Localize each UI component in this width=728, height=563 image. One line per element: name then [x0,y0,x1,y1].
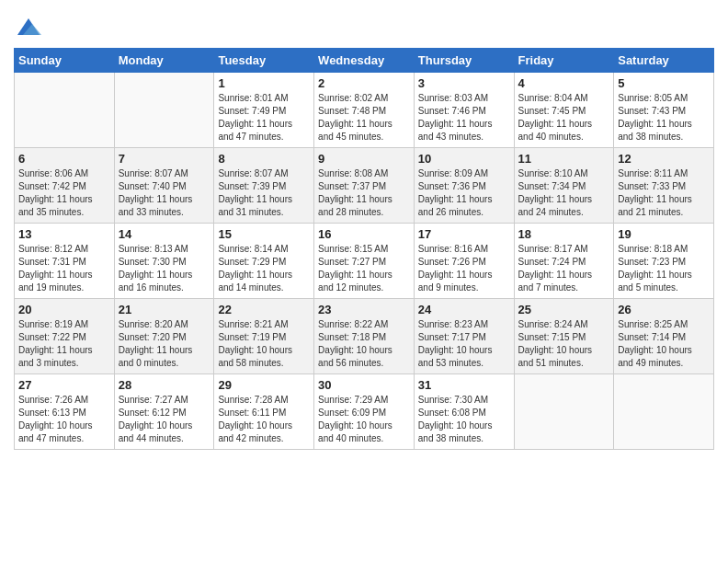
calendar-day-header: Thursday [414,49,514,73]
calendar-day-cell: 20Sunrise: 8:19 AM Sunset: 7:22 PM Dayli… [15,299,115,374]
calendar-day-cell: 23Sunrise: 8:22 AM Sunset: 7:18 PM Dayli… [314,299,415,374]
calendar-day-cell: 16Sunrise: 8:15 AM Sunset: 7:27 PM Dayli… [314,224,415,299]
day-info: Sunrise: 8:17 AM Sunset: 7:24 PM Dayligh… [518,243,610,294]
day-info: Sunrise: 8:24 AM Sunset: 7:15 PM Dayligh… [518,318,610,370]
calendar-day-cell: 18Sunrise: 8:17 AM Sunset: 7:24 PM Dayli… [514,224,614,299]
day-number: 20 [18,303,110,316]
day-info: Sunrise: 8:02 AM Sunset: 7:48 PM Dayligh… [318,92,410,144]
calendar-day-cell: 19Sunrise: 8:18 AM Sunset: 7:23 PM Dayli… [614,224,714,299]
day-info: Sunrise: 8:07 AM Sunset: 7:40 PM Dayligh… [119,167,210,219]
day-info: Sunrise: 8:18 AM Sunset: 7:23 PM Dayligh… [618,243,710,294]
calendar-day-cell: 24Sunrise: 8:23 AM Sunset: 7:17 PM Dayli… [414,299,514,374]
day-info: Sunrise: 8:08 AM Sunset: 7:37 PM Dayligh… [318,167,410,219]
calendar: SundayMondayTuesdayWednesdayThursdayFrid… [14,48,714,450]
day-number: 14 [119,227,210,241]
calendar-day-cell: 2Sunrise: 8:02 AM Sunset: 7:48 PM Daylig… [314,73,415,148]
day-number: 23 [318,303,410,316]
day-info: Sunrise: 7:30 AM Sunset: 6:08 PM Dayligh… [418,394,510,445]
calendar-day-cell: 27Sunrise: 7:26 AM Sunset: 6:13 PM Dayli… [15,374,115,450]
logo-icon [16,15,41,40]
calendar-week-row: 27Sunrise: 7:26 AM Sunset: 6:13 PM Dayli… [15,374,714,450]
day-number: 4 [518,76,610,90]
day-number: 29 [218,378,310,392]
calendar-day-cell [514,374,614,450]
day-info: Sunrise: 8:12 AM Sunset: 7:31 PM Dayligh… [18,243,110,294]
day-info: Sunrise: 8:05 AM Sunset: 7:43 PM Dayligh… [618,92,710,144]
calendar-day-cell: 28Sunrise: 7:27 AM Sunset: 6:12 PM Dayli… [114,374,214,450]
calendar-day-cell: 6Sunrise: 8:06 AM Sunset: 7:42 PM Daylig… [15,148,115,224]
day-info: Sunrise: 8:13 AM Sunset: 7:30 PM Dayligh… [119,243,210,294]
day-number: 10 [418,152,510,166]
day-info: Sunrise: 8:11 AM Sunset: 7:33 PM Dayligh… [618,167,710,219]
day-info: Sunrise: 7:27 AM Sunset: 6:12 PM Dayligh… [119,394,210,445]
day-info: Sunrise: 8:04 AM Sunset: 7:45 PM Dayligh… [518,92,610,144]
calendar-day-header: Monday [114,49,214,73]
day-info: Sunrise: 8:07 AM Sunset: 7:39 PM Dayligh… [218,167,310,219]
day-number: 27 [18,378,110,392]
day-number: 9 [318,152,410,166]
calendar-day-header: Wednesday [314,49,415,73]
calendar-day-cell: 8Sunrise: 8:07 AM Sunset: 7:39 PM Daylig… [214,148,314,224]
day-number: 25 [518,303,610,316]
calendar-day-cell: 31Sunrise: 7:30 AM Sunset: 6:08 PM Dayli… [414,374,514,450]
calendar-day-cell: 15Sunrise: 8:14 AM Sunset: 7:29 PM Dayli… [214,224,314,299]
calendar-day-cell: 5Sunrise: 8:05 AM Sunset: 7:43 PM Daylig… [614,73,714,148]
day-info: Sunrise: 8:06 AM Sunset: 7:42 PM Dayligh… [18,167,110,219]
day-number: 17 [418,227,510,241]
page: SundayMondayTuesdayWednesdayThursdayFrid… [0,0,728,563]
calendar-day-cell: 10Sunrise: 8:09 AM Sunset: 7:36 PM Dayli… [414,148,514,224]
day-number: 12 [618,152,710,166]
day-number: 16 [318,227,410,241]
day-number: 24 [418,303,510,316]
logo [14,15,41,40]
calendar-day-cell: 17Sunrise: 8:16 AM Sunset: 7:26 PM Dayli… [414,224,514,299]
calendar-week-row: 20Sunrise: 8:19 AM Sunset: 7:22 PM Dayli… [15,299,714,374]
day-info: Sunrise: 8:22 AM Sunset: 7:18 PM Dayligh… [318,318,410,370]
day-number: 2 [318,76,410,90]
day-number: 11 [518,152,610,166]
day-info: Sunrise: 8:16 AM Sunset: 7:26 PM Dayligh… [418,243,510,294]
calendar-day-cell: 21Sunrise: 8:20 AM Sunset: 7:20 PM Dayli… [114,299,214,374]
calendar-day-cell: 12Sunrise: 8:11 AM Sunset: 7:33 PM Dayli… [614,148,714,224]
calendar-day-cell [114,73,214,148]
day-info: Sunrise: 8:21 AM Sunset: 7:19 PM Dayligh… [218,318,310,370]
day-number: 3 [418,76,510,90]
calendar-day-cell: 11Sunrise: 8:10 AM Sunset: 7:34 PM Dayli… [514,148,614,224]
day-number: 19 [618,227,710,241]
calendar-day-header: Saturday [614,49,714,73]
calendar-day-cell: 13Sunrise: 8:12 AM Sunset: 7:31 PM Dayli… [15,224,115,299]
day-number: 1 [218,76,310,90]
calendar-day-cell: 25Sunrise: 8:24 AM Sunset: 7:15 PM Dayli… [514,299,614,374]
day-info: Sunrise: 8:25 AM Sunset: 7:14 PM Dayligh… [618,318,710,370]
calendar-day-cell [15,73,115,148]
calendar-day-cell: 4Sunrise: 8:04 AM Sunset: 7:45 PM Daylig… [514,73,614,148]
day-info: Sunrise: 8:19 AM Sunset: 7:22 PM Dayligh… [18,318,110,370]
calendar-day-header: Sunday [15,49,115,73]
calendar-day-cell: 22Sunrise: 8:21 AM Sunset: 7:19 PM Dayli… [214,299,314,374]
day-number: 5 [618,76,710,90]
calendar-day-cell: 26Sunrise: 8:25 AM Sunset: 7:14 PM Dayli… [614,299,714,374]
calendar-day-header: Friday [514,49,614,73]
day-info: Sunrise: 7:28 AM Sunset: 6:11 PM Dayligh… [218,394,310,445]
day-number: 18 [518,227,610,241]
day-number: 26 [618,303,710,316]
day-number: 30 [318,378,410,392]
calendar-header-row: SundayMondayTuesdayWednesdayThursdayFrid… [15,49,714,73]
day-info: Sunrise: 8:09 AM Sunset: 7:36 PM Dayligh… [418,167,510,219]
day-number: 31 [418,378,510,392]
header [14,9,714,40]
calendar-day-cell: 14Sunrise: 8:13 AM Sunset: 7:30 PM Dayli… [114,224,214,299]
calendar-day-cell [614,374,714,450]
day-number: 13 [18,227,110,241]
calendar-day-cell: 1Sunrise: 8:01 AM Sunset: 7:49 PM Daylig… [214,73,314,148]
calendar-day-header: Tuesday [214,49,314,73]
day-info: Sunrise: 8:23 AM Sunset: 7:17 PM Dayligh… [418,318,510,370]
day-number: 8 [218,152,310,166]
calendar-week-row: 1Sunrise: 8:01 AM Sunset: 7:49 PM Daylig… [15,73,714,148]
day-number: 7 [119,152,210,166]
calendar-day-cell: 29Sunrise: 7:28 AM Sunset: 6:11 PM Dayli… [214,374,314,450]
day-number: 15 [218,227,310,241]
day-number: 21 [119,303,210,316]
day-info: Sunrise: 8:10 AM Sunset: 7:34 PM Dayligh… [518,167,610,219]
calendar-day-cell: 3Sunrise: 8:03 AM Sunset: 7:46 PM Daylig… [414,73,514,148]
